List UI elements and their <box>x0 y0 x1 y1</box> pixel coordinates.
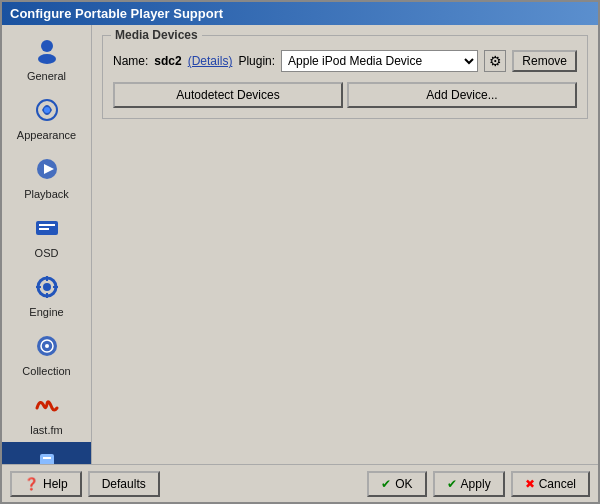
svg-rect-12 <box>46 293 48 298</box>
svg-rect-11 <box>46 276 48 281</box>
plugin-label: Plugin: <box>238 54 275 68</box>
window: Configure Portable Player Support Genera… <box>0 0 600 504</box>
lastfm-icon <box>31 389 63 421</box>
svg-point-0 <box>41 40 53 52</box>
svg-point-10 <box>43 283 51 291</box>
playback-icon <box>31 153 63 185</box>
svg-point-3 <box>44 107 50 113</box>
sidebar-item-engine[interactable]: Engine <box>2 265 91 324</box>
content-area: General Appearance <box>2 25 598 464</box>
details-link[interactable]: (Details) <box>188 54 233 68</box>
plugin-select[interactable]: Apple iPod Media Device <box>281 50 478 72</box>
cancel-button[interactable]: ✖ Cancel <box>511 471 590 497</box>
appearance-icon <box>31 94 63 126</box>
svg-rect-14 <box>53 286 58 288</box>
group-legend: Media Devices <box>111 28 202 42</box>
svg-rect-8 <box>39 228 49 230</box>
name-label: Name: <box>113 54 148 68</box>
device-name: sdc2 <box>154 54 181 68</box>
sidebar-label-lastfm: last.fm <box>30 424 62 436</box>
sidebar-label-general: General <box>27 70 66 82</box>
svg-rect-13 <box>36 286 41 288</box>
svg-rect-7 <box>39 224 55 226</box>
action-row: Autodetect Devices Add Device... <box>113 82 577 108</box>
sidebar-label-appearance: Appearance <box>17 129 76 141</box>
bottom-left-buttons: ❓ Help Defaults <box>10 471 160 497</box>
ok-button[interactable]: ✔ OK <box>367 471 426 497</box>
bottom-bar: ❓ Help Defaults ✔ OK ✔ Apply ✖ Cancel <box>2 464 598 502</box>
sidebar-item-media-devices[interactable]: Media Devices <box>2 442 91 464</box>
engine-icon <box>31 271 63 303</box>
sidebar-label-osd: OSD <box>35 247 59 259</box>
sidebar-item-appearance[interactable]: Appearance <box>2 88 91 147</box>
gear-button[interactable]: ⚙ <box>484 50 506 72</box>
device-row: Name: sdc2 (Details) Plugin: Apple iPod … <box>113 50 577 72</box>
help-label: Help <box>43 477 68 491</box>
sidebar: General Appearance <box>2 25 92 464</box>
help-button[interactable]: ❓ Help <box>10 471 82 497</box>
cancel-label: Cancel <box>539 477 576 491</box>
title-bar: Configure Portable Player Support <box>2 2 598 25</box>
sidebar-item-osd[interactable]: OSD <box>2 206 91 265</box>
ok-label: OK <box>395 477 412 491</box>
sidebar-item-collection[interactable]: Collection <box>2 324 91 383</box>
apply-button[interactable]: ✔ Apply <box>433 471 505 497</box>
sidebar-label-engine: Engine <box>29 306 63 318</box>
general-icon <box>31 35 63 67</box>
defaults-button[interactable]: Defaults <box>88 471 160 497</box>
ok-icon: ✔ <box>381 477 391 491</box>
cancel-icon: ✖ <box>525 477 535 491</box>
media-devices-icon <box>31 448 63 464</box>
osd-icon <box>31 212 63 244</box>
bottom-right-buttons: ✔ OK ✔ Apply ✖ Cancel <box>367 471 590 497</box>
sidebar-item-general[interactable]: General <box>2 29 91 88</box>
collection-icon <box>31 330 63 362</box>
apply-icon: ✔ <box>447 477 457 491</box>
add-device-button[interactable]: Add Device... <box>347 82 577 108</box>
sidebar-label-playback: Playback <box>24 188 69 200</box>
window-title: Configure Portable Player Support <box>10 6 223 21</box>
svg-rect-19 <box>43 457 51 459</box>
sidebar-item-playback[interactable]: Playback <box>2 147 91 206</box>
svg-point-17 <box>45 344 49 348</box>
svg-point-1 <box>38 54 56 64</box>
media-devices-group: Media Devices Name: sdc2 (Details) Plugi… <box>102 35 588 119</box>
main-panel: Media Devices Name: sdc2 (Details) Plugi… <box>92 25 598 464</box>
apply-label: Apply <box>461 477 491 491</box>
remove-button[interactable]: Remove <box>512 50 577 72</box>
sidebar-item-lastfm[interactable]: last.fm <box>2 383 91 442</box>
sidebar-label-collection: Collection <box>22 365 70 377</box>
defaults-label: Defaults <box>102 477 146 491</box>
autodetect-button[interactable]: Autodetect Devices <box>113 82 343 108</box>
help-icon: ❓ <box>24 477 39 491</box>
